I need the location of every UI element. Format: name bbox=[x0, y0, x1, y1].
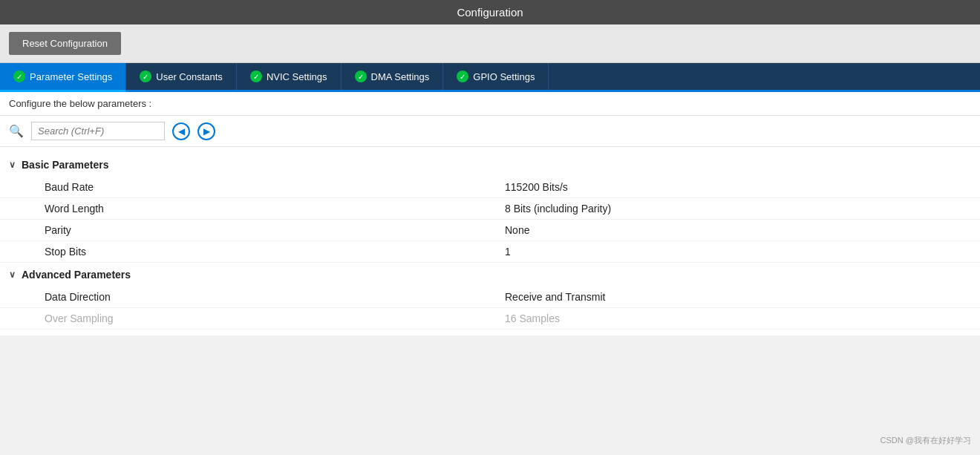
tab-nvic-settings[interactable]: ✓NVIC Settings bbox=[237, 63, 342, 90]
tab-dma-settings[interactable]: ✓DMA Settings bbox=[342, 63, 444, 90]
param-value: 16 Samples bbox=[505, 312, 560, 324]
param-label: Word Length bbox=[0, 203, 505, 215]
param-label: Parity bbox=[0, 224, 505, 236]
reset-configuration-button[interactable]: Reset Configuration bbox=[9, 32, 121, 55]
prev-arrow[interactable]: ◀ bbox=[172, 122, 190, 140]
tab-label: Parameter Settings bbox=[30, 71, 112, 82]
tab-label: DMA Settings bbox=[371, 71, 430, 82]
section-label: Advanced Parameters bbox=[22, 269, 131, 281]
search-icon: 🔍 bbox=[9, 124, 24, 138]
content-area: Configure the below parameters : 🔍 ◀ ▶ ∨… bbox=[0, 92, 980, 335]
param-row: Baud Rate115200 Bits/s bbox=[0, 177, 980, 198]
param-value: 115200 Bits/s bbox=[505, 181, 568, 193]
chevron-icon: ∨ bbox=[9, 269, 16, 280]
next-arrow[interactable]: ▶ bbox=[197, 122, 215, 140]
search-bar: 🔍 ◀ ▶ bbox=[0, 116, 980, 147]
param-row: Data DirectionReceive and Transmit bbox=[0, 287, 980, 308]
tab-check-icon: ✓ bbox=[355, 71, 367, 82]
param-label: Baud Rate bbox=[0, 181, 505, 193]
section-header-advanced-parameters[interactable]: ∨Advanced Parameters bbox=[0, 263, 980, 287]
param-value: Receive and Transmit bbox=[505, 291, 605, 303]
param-label: Over Sampling bbox=[0, 312, 505, 324]
tab-label: GPIO Settings bbox=[473, 71, 535, 82]
tab-user-constants[interactable]: ✓User Constants bbox=[126, 63, 237, 90]
param-value: 1 bbox=[505, 246, 511, 258]
param-value: None bbox=[505, 224, 529, 236]
tab-label: User Constants bbox=[156, 71, 223, 82]
search-input[interactable] bbox=[31, 122, 165, 140]
watermark: CSDN @我有在好好学习 bbox=[881, 435, 971, 446]
config-description: Configure the below parameters : bbox=[0, 92, 980, 116]
section-label: Basic Parameters bbox=[22, 159, 109, 171]
section-header-basic-parameters[interactable]: ∨Basic Parameters bbox=[0, 153, 980, 177]
tab-check-icon: ✓ bbox=[457, 71, 468, 82]
params-tree: ∨Basic ParametersBaud Rate115200 Bits/sW… bbox=[0, 147, 980, 335]
chevron-icon: ∨ bbox=[9, 160, 16, 170]
title-bar: Configuration bbox=[0, 0, 980, 24]
tab-check-icon: ✓ bbox=[250, 71, 262, 82]
tab-check-icon: ✓ bbox=[13, 71, 25, 82]
tab-label: NVIC Settings bbox=[267, 71, 327, 82]
param-value: 8 Bits (including Parity) bbox=[505, 203, 611, 215]
param-row: Stop Bits1 bbox=[0, 241, 980, 263]
tab-bar: ✓Parameter Settings✓User Constants✓NVIC … bbox=[0, 63, 980, 92]
tab-parameter-settings[interactable]: ✓Parameter Settings bbox=[0, 63, 126, 92]
toolbar: Reset Configuration bbox=[0, 24, 980, 63]
param-label: Stop Bits bbox=[0, 246, 505, 258]
title-label: Configuration bbox=[457, 6, 523, 19]
param-label: Data Direction bbox=[0, 291, 505, 303]
param-row: Word Length8 Bits (including Parity) bbox=[0, 198, 980, 220]
tab-check-icon: ✓ bbox=[140, 71, 151, 82]
tab-gpio-settings[interactable]: ✓GPIO Settings bbox=[443, 63, 549, 90]
param-row: Over Sampling16 Samples bbox=[0, 308, 980, 330]
param-row: ParityNone bbox=[0, 220, 980, 241]
